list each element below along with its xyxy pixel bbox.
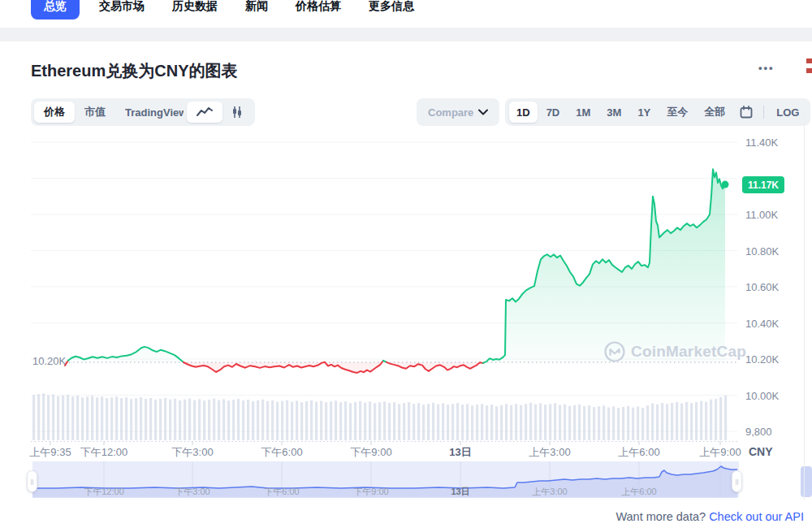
volume-bar (369, 401, 371, 440)
volume-bar (335, 400, 337, 440)
volume-bar (505, 404, 508, 440)
x-axis-label-下午3:00: 下午3:00 (171, 445, 213, 460)
volume-bar (300, 402, 303, 440)
navigator-scroll-fragment[interactable] (801, 466, 812, 497)
volume-bar (281, 401, 283, 440)
tab-总览[interactable]: 总览 (31, 0, 80, 19)
volume-bar (617, 408, 620, 440)
volume-bar (305, 401, 308, 440)
price-area-up (383, 361, 387, 362)
current-price-badge: 11.17K (742, 176, 784, 193)
tab-价格估算[interactable]: 价格估算 (287, 0, 349, 19)
volume-bar (715, 399, 717, 440)
volume-bar (315, 402, 317, 440)
volume-bar (252, 401, 254, 440)
y-axis-label-9,800: 9,800 (745, 426, 772, 438)
volume-bar (486, 405, 488, 440)
volume-bar (403, 403, 405, 440)
last-price-dot (722, 181, 729, 188)
range-button-至今[interactable]: 至今 (659, 102, 695, 123)
price-line-up (483, 169, 725, 363)
range-button-3M[interactable]: 3M (599, 102, 628, 123)
page-tabs: 总览交易市场历史数据新闻价格估算更多信息 (31, 0, 422, 19)
page-title: Ethereum兑换为CNY的图表 (31, 60, 237, 82)
y-axis-label-10.40K: 10.40K (745, 318, 779, 330)
tab-交易市场[interactable]: 交易市场 (91, 0, 153, 19)
volume-bar (154, 400, 157, 440)
tab-历史数据[interactable]: 历史数据 (164, 0, 226, 19)
volume-bar (520, 405, 522, 440)
volume-bar (456, 403, 459, 440)
volume-bar (135, 398, 137, 440)
volume-bar (680, 404, 683, 440)
volume-bar (656, 405, 659, 440)
volume-bar (529, 403, 532, 440)
navigator-right-handle[interactable]: || (732, 470, 742, 492)
volume-bar (447, 405, 449, 440)
coinmarketcap-watermark: CoinMarketCap (604, 341, 746, 362)
range-toggle-group: 1D7D1M3M1Y至今全部LOG (505, 98, 810, 126)
range-button-1D[interactable]: 1D (509, 102, 538, 123)
volume-bar (42, 393, 45, 440)
volume-bar (310, 400, 313, 440)
range-button-全部[interactable]: 全部 (697, 102, 732, 123)
volume-bar (690, 403, 693, 440)
candlestick-chart-type-button[interactable] (222, 102, 252, 123)
compare-button[interactable]: Compare (417, 98, 499, 126)
volume-bar (149, 398, 152, 440)
volume-bar (237, 399, 240, 440)
x-axis-currency-label: CNY (749, 445, 773, 458)
volume-bar (71, 396, 74, 440)
volume-bar (242, 400, 244, 440)
volume-bar (169, 400, 171, 440)
price-area-up (483, 169, 725, 363)
volume-bar (676, 402, 678, 440)
volume-bar (320, 400, 322, 440)
volume-bar (705, 402, 707, 440)
volume-bar (198, 399, 201, 440)
volume-bar (339, 402, 342, 440)
volume-bar (700, 401, 702, 440)
y-axis-label-10.80K: 10.80K (745, 245, 779, 258)
navigator-left-handle[interactable]: || (27, 470, 37, 492)
log-scale-button[interactable]: LOG (769, 102, 806, 123)
metric-button-市值[interactable]: 市值 (75, 102, 115, 123)
x-axis-label-上午3:00: 上午3:00 (529, 445, 570, 460)
y-axis-label-10.20K: 10.20K (745, 353, 779, 366)
navigator-label-上午3:00: 上午3:00 (532, 486, 567, 498)
metric-button-价格[interactable]: 价格 (34, 102, 75, 123)
watermark-text: CoinMarketCap (631, 343, 746, 361)
range-button-7D[interactable]: 7D (539, 102, 568, 123)
volume-bar (495, 406, 498, 440)
volume-bar (383, 401, 386, 440)
compare-label: Compare (428, 106, 473, 119)
more-options-icon[interactable]: ••• (758, 62, 775, 74)
volume-bar (661, 403, 663, 440)
volume-bar (534, 405, 537, 440)
volume-bar (218, 400, 220, 440)
chart-type-toggle-group (184, 98, 255, 126)
candlestick-icon (231, 106, 244, 119)
tab-更多信息[interactable]: 更多信息 (361, 0, 422, 19)
tab-新闻[interactable]: 新闻 (237, 0, 276, 19)
y-axis-label-11.00K: 11.00K (745, 209, 778, 221)
volume-bar (646, 405, 649, 440)
range-button-1Y[interactable]: 1Y (630, 102, 658, 123)
line-chart-type-button[interactable] (187, 102, 222, 123)
volume-bar (398, 404, 400, 440)
volume-bar (593, 407, 595, 440)
volume-bar (388, 403, 391, 440)
volume-bar (47, 396, 50, 441)
calendar-icon-button[interactable] (733, 106, 759, 119)
range-button-1M[interactable]: 1M (568, 102, 598, 123)
volume-bar (174, 399, 176, 440)
volume-bar (378, 402, 381, 440)
volume-bar (32, 395, 35, 440)
volume-bar (408, 402, 410, 440)
volume-bar (67, 395, 69, 440)
volume-bar (140, 397, 142, 440)
volume-bar (641, 408, 644, 440)
api-link[interactable]: Check out our API (709, 510, 804, 523)
x-axis-label-上午9:00: 上午9:00 (699, 445, 741, 460)
volume-bar (564, 405, 566, 440)
